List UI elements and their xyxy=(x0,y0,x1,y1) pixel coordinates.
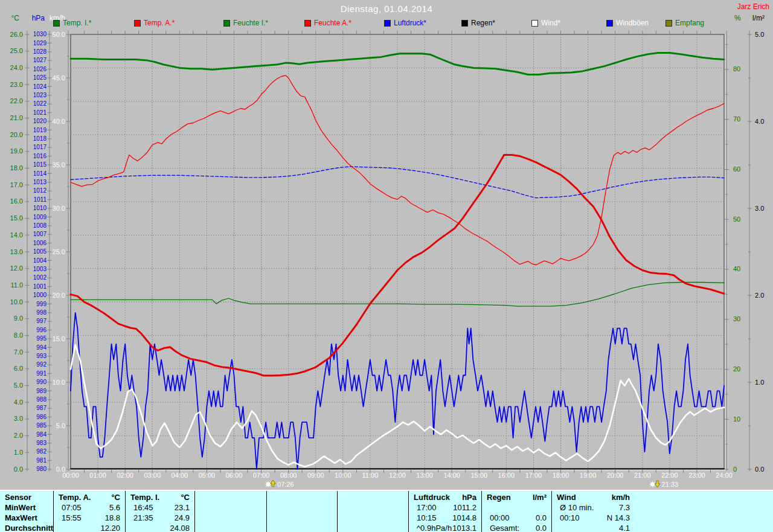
svg-text:40.0: 40.0 xyxy=(53,118,65,125)
svg-text:12.0: 12.0 xyxy=(10,264,23,272)
axis-lm2: 0.01.02.03.04.05.0l/m² xyxy=(748,14,765,473)
svg-text:14:00: 14:00 xyxy=(443,472,460,479)
table-cell: km/h xyxy=(551,493,630,502)
axis-temp: 0.01.02.03.04.05.06.07.08.09.010.011.012… xyxy=(10,14,30,473)
svg-text:980: 980 xyxy=(36,466,47,472)
svg-text:995: 995 xyxy=(36,335,47,342)
svg-text:01:00: 01:00 xyxy=(89,472,106,479)
svg-text:1.0: 1.0 xyxy=(755,379,764,386)
svg-text:1019: 1019 xyxy=(33,127,47,133)
svg-text:21.0: 21.0 xyxy=(10,114,23,121)
svg-text:985: 985 xyxy=(36,422,47,429)
svg-text:19:00: 19:00 xyxy=(580,472,597,479)
svg-text:991: 991 xyxy=(36,370,47,377)
legend-item-feuchte-a-: Feuchte A.* xyxy=(304,19,351,27)
svg-text:6.0: 6.0 xyxy=(14,365,23,372)
svg-text:0.0: 0.0 xyxy=(14,466,23,473)
svg-text:70: 70 xyxy=(733,115,740,123)
legend-label: Empfang xyxy=(675,19,704,27)
svg-text:30: 30 xyxy=(733,315,740,322)
svg-text:1005: 1005 xyxy=(33,248,47,255)
svg-text:10:00: 10:00 xyxy=(335,472,351,479)
table-cell: 1014.8 xyxy=(408,513,476,523)
svg-text:20:00: 20:00 xyxy=(607,472,624,479)
svg-text:0: 0 xyxy=(733,466,737,473)
svg-text:17:00: 17:00 xyxy=(525,472,542,479)
legend-item-empfang: Empfang xyxy=(666,19,704,27)
legend-item-regen-: Regen* xyxy=(461,19,495,27)
legend-item-wind-: Wind* xyxy=(531,19,560,27)
svg-text:993: 993 xyxy=(36,353,47,359)
table-cell: 23.1 xyxy=(125,503,190,513)
svg-text:992: 992 xyxy=(36,361,47,368)
table-row-label: MinWert xyxy=(5,503,36,513)
svg-text:989: 989 xyxy=(36,388,47,394)
svg-text:1020: 1020 xyxy=(33,118,47,124)
svg-text:987: 987 xyxy=(36,405,47,411)
svg-text:988: 988 xyxy=(36,396,47,403)
svg-text:18.0: 18.0 xyxy=(10,164,23,171)
svg-text:23.0: 23.0 xyxy=(10,81,23,88)
legend-item-luftdruck-: Luftdruck* xyxy=(384,19,426,27)
svg-text:1002: 1002 xyxy=(33,274,47,281)
svg-text:13:00: 13:00 xyxy=(416,472,433,479)
svg-text:990: 990 xyxy=(36,379,47,385)
legend-label: Temp. A.* xyxy=(144,19,175,27)
svg-text:21:33: 21:33 xyxy=(662,481,679,488)
svg-text:10: 10 xyxy=(733,415,740,423)
svg-text:20.0: 20.0 xyxy=(53,292,65,299)
svg-text:1011: 1011 xyxy=(33,196,47,203)
svg-text:50.0: 50.0 xyxy=(53,31,65,38)
svg-text:20.0: 20.0 xyxy=(10,131,23,138)
svg-text:23:00: 23:00 xyxy=(688,472,705,479)
svg-text:1023: 1023 xyxy=(33,92,47,98)
svg-text:998: 998 xyxy=(36,309,47,316)
svg-text:1009: 1009 xyxy=(33,214,47,220)
legend-item-temp-i-: Temp. I.* xyxy=(53,19,91,27)
svg-text:18:00: 18:00 xyxy=(553,472,569,479)
svg-text:35.0: 35.0 xyxy=(53,161,65,168)
table-cell: 1011.2 xyxy=(408,503,476,513)
svg-text:1001: 1001 xyxy=(33,283,47,290)
svg-text:984: 984 xyxy=(36,431,47,438)
svg-text:06:00: 06:00 xyxy=(226,472,243,479)
weather-chart: 0.01.02.03.04.05.06.07.08.09.010.011.012… xyxy=(0,0,773,489)
legend-item-windb-en: Windböen xyxy=(606,19,649,27)
table-cell: 5.6 xyxy=(53,503,120,513)
svg-text:24.0: 24.0 xyxy=(10,64,23,71)
svg-text:07:00: 07:00 xyxy=(253,472,270,479)
svg-text:0.0: 0.0 xyxy=(755,466,764,473)
svg-text:3.0: 3.0 xyxy=(14,415,23,422)
svg-text:1006: 1006 xyxy=(33,240,47,246)
svg-text:983: 983 xyxy=(36,440,47,446)
svg-text:4.0: 4.0 xyxy=(755,118,764,125)
axis-hpa: 9809819829839849859869879889899909919929… xyxy=(32,14,52,472)
svg-text:20: 20 xyxy=(733,365,740,373)
legend-swatch xyxy=(606,20,613,27)
svg-text:19.0: 19.0 xyxy=(10,147,23,155)
svg-text:5.0: 5.0 xyxy=(755,31,764,38)
svg-text:14.0: 14.0 xyxy=(10,231,23,239)
svg-text:22.0: 22.0 xyxy=(10,97,23,104)
svg-text:1025: 1025 xyxy=(33,74,47,81)
svg-text:08:00: 08:00 xyxy=(280,472,297,479)
svg-text:15.0: 15.0 xyxy=(53,335,65,342)
svg-text:16:00: 16:00 xyxy=(498,472,515,479)
svg-text:12:00: 12:00 xyxy=(389,472,406,479)
table-cell: °C xyxy=(53,493,120,502)
svg-text:80: 80 xyxy=(733,65,740,72)
svg-text:7.0: 7.0 xyxy=(14,348,23,356)
svg-text:1012: 1012 xyxy=(33,187,47,194)
svg-text:50: 50 xyxy=(733,216,740,223)
legend-label: Wind* xyxy=(541,19,560,27)
legend-label: Feuchte A.* xyxy=(314,19,351,27)
svg-text:996: 996 xyxy=(36,327,47,333)
svg-text:10.0: 10.0 xyxy=(10,298,23,306)
svg-text:994: 994 xyxy=(36,344,47,351)
svg-text:1.0: 1.0 xyxy=(14,449,23,456)
svg-text:09:00: 09:00 xyxy=(307,472,324,479)
svg-text:1024: 1024 xyxy=(33,83,47,90)
svg-text:997: 997 xyxy=(36,318,47,324)
svg-text:5.0: 5.0 xyxy=(56,422,65,429)
svg-text:13.0: 13.0 xyxy=(10,248,23,255)
